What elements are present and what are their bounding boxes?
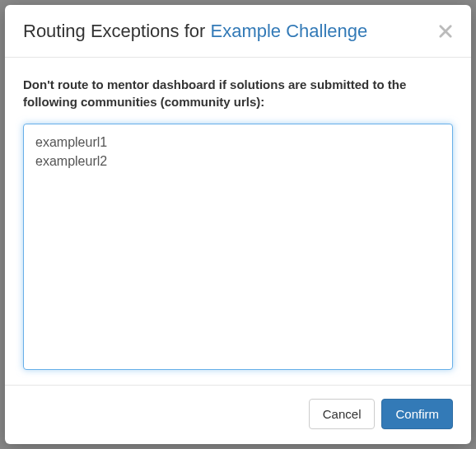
modal-header: Routing Exceptions for Example Challenge [5,5,471,58]
cancel-button[interactable]: Cancel [309,399,376,430]
instruction-text: Don't route to mentor dashboard if solut… [23,76,453,110]
modal-body: Don't route to mentor dashboard if solut… [5,58,471,385]
community-urls-textarea[interactable] [23,124,453,370]
modal-title: Routing Exceptions for Example Challenge [23,20,367,44]
challenge-link[interactable]: Example Challenge [210,21,367,41]
modal-title-prefix: Routing Exceptions for [23,21,210,41]
modal-footer: Cancel Confirm [5,385,471,445]
routing-exceptions-modal: Routing Exceptions for Example Challenge… [5,5,471,444]
confirm-button[interactable]: Confirm [381,399,453,430]
close-button[interactable] [438,24,453,39]
